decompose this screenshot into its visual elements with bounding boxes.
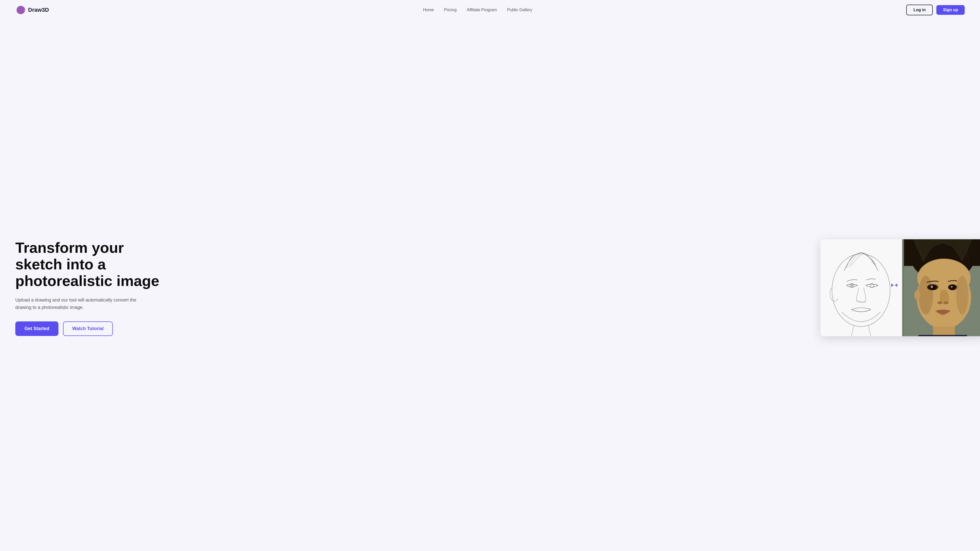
get-started-button[interactable]: Get Started (15, 321, 59, 336)
nav-affiliate[interactable]: Affiliate Program (467, 8, 497, 12)
photo-side (902, 239, 980, 336)
svg-point-20 (937, 301, 942, 304)
hero-section: Transform your sketch into a photorealis… (0, 20, 980, 551)
svg-point-11 (956, 276, 969, 314)
svg-rect-22 (933, 327, 955, 336)
svg-point-19 (951, 286, 953, 288)
nav-links: Home Pricing Affiliate Program Public Ga… (423, 8, 532, 12)
nav-pricing[interactable]: Pricing (444, 8, 457, 12)
svg-point-3 (851, 285, 853, 287)
logo-text: Draw3D (28, 6, 49, 13)
logo-icon (15, 5, 26, 15)
svg-point-21 (944, 301, 948, 304)
hero-buttons: Get Started Watch Tutorial (15, 321, 480, 336)
svg-marker-25 (891, 283, 894, 287)
svg-point-24 (915, 290, 920, 300)
svg-marker-26 (895, 283, 897, 287)
nav-buttons: Log in Sign up (906, 5, 965, 15)
svg-point-16 (931, 286, 933, 288)
svg-rect-23 (918, 335, 967, 336)
watch-tutorial-button[interactable]: Watch Tutorial (63, 321, 113, 336)
login-button[interactable]: Log in (906, 5, 933, 15)
hero-title: Transform your sketch into a photorealis… (15, 240, 480, 289)
hero-subtitle: Upload a drawing and our tool will autom… (15, 297, 148, 311)
logo[interactable]: Draw3D (15, 5, 49, 15)
hero-image (820, 239, 980, 336)
cursor-indicator (889, 281, 899, 290)
navbar: Draw3D Home Pricing Affiliate Program Pu… (0, 0, 980, 20)
nav-gallery[interactable]: Public Gallery (507, 8, 532, 12)
signup-button[interactable]: Sign up (936, 5, 965, 15)
hero-image-area (490, 239, 980, 336)
divider-line (902, 239, 902, 336)
photo-face-svg (902, 239, 980, 336)
nav-home[interactable]: Home (423, 8, 434, 12)
hero-content: Transform your sketch into a photorealis… (15, 240, 490, 336)
